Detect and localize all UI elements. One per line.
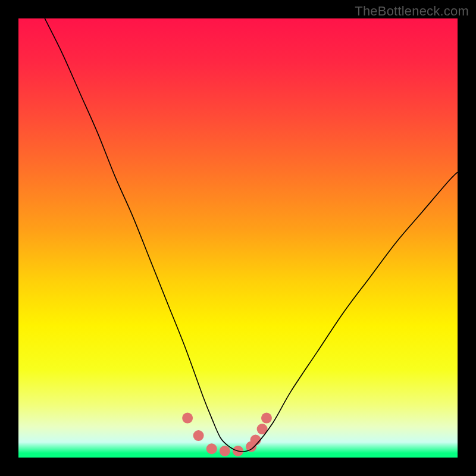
data-marker [182, 413, 193, 424]
data-marker [193, 430, 204, 441]
chart-frame: TheBottleneck.com [0, 0, 476, 476]
data-marker [250, 434, 261, 445]
plot-area [18, 18, 458, 458]
data-markers [182, 413, 272, 456]
data-marker [220, 446, 230, 456]
plot-svg [18, 18, 458, 458]
data-marker [261, 413, 272, 424]
data-marker [206, 443, 217, 454]
bottleneck-curve [45, 18, 458, 452]
watermark-text: TheBottleneck.com [355, 4, 469, 19]
